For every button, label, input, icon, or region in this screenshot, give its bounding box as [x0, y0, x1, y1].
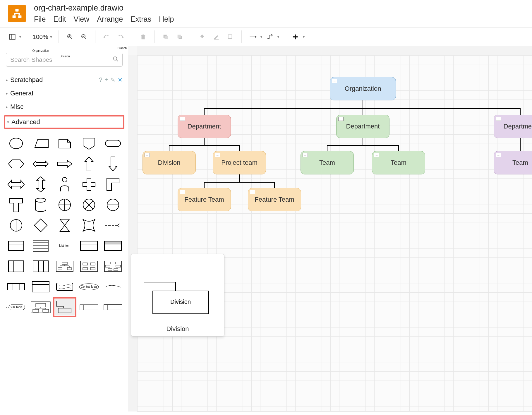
fill-color-button[interactable] — [196, 30, 209, 43]
to-front-button[interactable] — [159, 30, 172, 43]
undo-button[interactable] — [100, 30, 113, 43]
shape-hexagon[interactable] — [6, 156, 26, 172]
shape-list[interactable] — [30, 238, 51, 254]
help-icon[interactable]: ? — [99, 76, 102, 83]
shape-swimlane[interactable] — [79, 299, 99, 315]
shape-corner[interactable] — [103, 176, 123, 193]
shape-stadium[interactable] — [103, 135, 123, 152]
shape-table-head[interactable] — [103, 238, 123, 254]
node-feature-team-2[interactable]: – Feature Team — [248, 188, 301, 211]
caret-down-icon[interactable]: ▾ — [19, 35, 21, 39]
shape-dbl-arrow-v[interactable] — [30, 176, 51, 193]
shape-up-arrow[interactable] — [79, 156, 99, 172]
shape-x-circle[interactable] — [79, 197, 99, 213]
collapse-icon[interactable]: – — [180, 117, 185, 121]
shape-half-circle-v[interactable] — [6, 217, 26, 234]
plus-icon[interactable]: + — [104, 76, 108, 83]
delete-button[interactable] — [137, 30, 150, 43]
shape-plus[interactable] — [79, 176, 99, 193]
node-department-3[interactable]: – Department — [494, 115, 532, 138]
shape-card[interactable] — [6, 238, 26, 254]
shape-sections[interactable] — [6, 279, 26, 295]
caret-down-icon[interactable]: ▾ — [303, 35, 305, 39]
connector[interactable] — [204, 108, 521, 109]
shape-columns[interactable] — [6, 258, 26, 275]
caret-down-icon[interactable]: ▾ — [260, 35, 262, 39]
shape-hierarchy-3[interactable] — [103, 258, 123, 275]
redo-button[interactable] — [114, 30, 127, 43]
caret-down-icon[interactable]: ▾ — [277, 35, 279, 39]
shape-flow-arrow[interactable] — [103, 217, 123, 234]
collapse-icon[interactable]: – — [332, 79, 337, 83]
node-project-team[interactable]: – Project team — [213, 151, 266, 174]
shape-wide-box[interactable] — [103, 299, 123, 315]
shape-browser[interactable] — [30, 279, 51, 295]
close-icon[interactable]: ✕ — [118, 76, 123, 83]
connector[interactable] — [204, 108, 205, 115]
shape-columns-2[interactable] — [30, 258, 51, 275]
zoom-in-button[interactable] — [64, 30, 76, 43]
connector[interactable] — [239, 145, 240, 151]
shape-cross-circle[interactable] — [55, 197, 75, 213]
collapse-icon[interactable]: – — [145, 153, 150, 157]
node-division[interactable]: – Division — [143, 151, 196, 174]
collapse-icon[interactable]: – — [374, 153, 379, 157]
connector[interactable] — [204, 138, 205, 145]
shape-central-idea[interactable]: Central Idea — [79, 279, 99, 295]
shape-right-arrow[interactable] — [55, 156, 75, 172]
connector[interactable] — [169, 145, 240, 146]
connector[interactable] — [169, 145, 169, 151]
connector[interactable] — [520, 138, 521, 151]
file-title[interactable]: org-chart-example.drawio — [34, 4, 174, 13]
search-icon[interactable] — [113, 56, 119, 64]
menu-arrange[interactable]: Arrange — [97, 15, 123, 23]
menu-extras[interactable]: Extras — [131, 15, 151, 23]
node-team-1[interactable]: – Team — [301, 151, 354, 174]
node-feature-team-1[interactable]: – Feature Team — [178, 188, 231, 211]
shape-hierarchy-2[interactable] — [79, 258, 99, 275]
zoom-level[interactable]: 100% ▾ — [31, 33, 54, 40]
node-organization[interactable]: – Organization — [330, 77, 396, 100]
collapse-icon[interactable]: – — [250, 190, 255, 194]
shape-sub-topic[interactable]: Sub Topic — [6, 299, 26, 315]
section-advanced[interactable]: ▾Advanced — [4, 115, 124, 129]
menu-help[interactable]: Help — [159, 15, 174, 23]
shape-trapezoid[interactable] — [30, 135, 51, 152]
connector[interactable] — [239, 174, 240, 182]
connector[interactable] — [274, 182, 275, 188]
node-team-3[interactable]: – Team — [494, 151, 532, 174]
shape-server[interactable] — [55, 279, 75, 295]
zoom-out-button[interactable] — [78, 30, 90, 43]
collapse-icon[interactable]: – — [338, 117, 344, 121]
shape-offpage[interactable] — [79, 135, 99, 152]
to-back-button[interactable] — [173, 30, 186, 43]
connector[interactable] — [327, 145, 327, 151]
collapse-icon[interactable]: – — [180, 190, 185, 194]
menu-view[interactable]: View — [73, 15, 89, 23]
shape-double-arrow[interactable] — [30, 156, 51, 172]
shape-ellipse[interactable] — [6, 135, 26, 152]
connector[interactable] — [204, 182, 275, 183]
shape-half-circle[interactable] — [103, 197, 123, 213]
shape-branch[interactable]: Branch — [103, 279, 123, 295]
shape-division[interactable]: Division — [55, 299, 75, 315]
line-color-button[interactable] — [210, 30, 223, 43]
shape-person[interactable] — [55, 176, 75, 193]
pencil-icon[interactable]: ✎ — [110, 76, 115, 83]
connector[interactable] — [520, 108, 521, 115]
menu-file[interactable]: File — [34, 15, 46, 23]
shape-hierarchy[interactable] — [55, 258, 75, 275]
collapse-icon[interactable]: – — [215, 153, 220, 157]
shape-dbl-arrow-h[interactable] — [6, 176, 26, 193]
connector[interactable] — [363, 100, 363, 108]
menu-edit[interactable]: Edit — [53, 15, 66, 23]
section-general[interactable]: ▸General — [6, 87, 123, 100]
node-department-2[interactable]: – Department — [336, 115, 389, 138]
node-team-2[interactable]: – Team — [372, 151, 425, 174]
shape-table[interactable] — [79, 238, 99, 254]
shape-document[interactable] — [55, 135, 75, 152]
shape-down-arrow[interactable] — [103, 156, 123, 172]
shape-organization[interactable]: Organization — [30, 299, 51, 315]
collapse-icon[interactable]: – — [496, 117, 501, 121]
shape-diamond[interactable] — [30, 217, 51, 234]
